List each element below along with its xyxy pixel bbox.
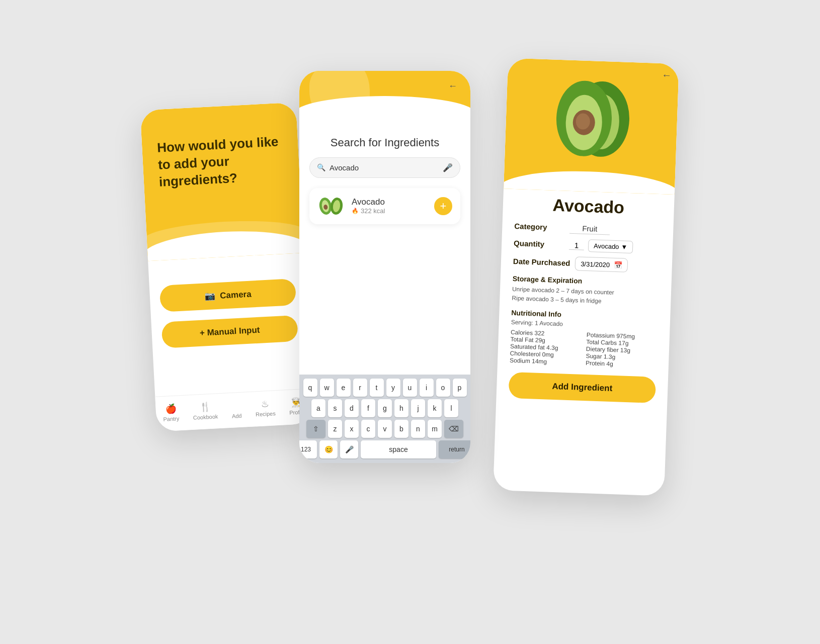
result-name: Avocado — [352, 197, 428, 207]
key-row-1: q w e r t y u i o p — [301, 379, 468, 397]
nav-cookbook[interactable]: 🍴 Cookbook — [192, 401, 218, 421]
key-row-2: a s d f g h j k l — [301, 399, 468, 417]
back-arrow-middle[interactable]: ← — [440, 76, 465, 97]
quantity-label: Quantity — [514, 238, 564, 248]
key-123[interactable]: 123 — [299, 440, 317, 458]
recipes-label: Recipes — [256, 410, 276, 417]
cookbook-icon: 🍴 — [199, 401, 211, 413]
key-f[interactable]: f — [361, 399, 375, 417]
key-e[interactable]: e — [337, 379, 351, 397]
add-result-icon: + — [440, 200, 447, 213]
mic-icon[interactable]: 🎤 — [443, 163, 453, 172]
add-result-button[interactable]: + — [434, 197, 452, 215]
avocado-hero-image — [540, 66, 644, 170]
phone-right: ← Avocado Category Fruit Quantity Avocad… — [493, 58, 679, 496]
key-row-3: ⇧ z x c v b n m ⌫ — [301, 420, 468, 438]
nutrition-grid: Calories 322 Total Fat 29g Saturated fat… — [510, 328, 658, 369]
key-space[interactable]: space — [361, 440, 436, 458]
category-value: Fruit — [569, 223, 610, 235]
inner-wave — [141, 217, 304, 256]
search-input[interactable] — [330, 163, 439, 172]
key-i[interactable]: i — [420, 379, 434, 397]
plus-icon: + — [232, 399, 240, 411]
camera-button[interactable]: 📷 Camera — [159, 278, 296, 312]
key-y[interactable]: y — [386, 379, 400, 397]
key-g[interactable]: g — [378, 399, 392, 417]
pantry-label: Pantry — [163, 415, 179, 422]
key-t[interactable]: t — [370, 379, 384, 397]
blob-shape — [309, 71, 370, 121]
quantity-row: Quantity Avocado ▼ — [514, 236, 661, 254]
left-top-wave: How would you like to add your ingredien… — [140, 102, 303, 261]
nav-pantry[interactable]: 🍎 Pantry — [162, 403, 180, 422]
key-s[interactable]: s — [328, 399, 342, 417]
key-r[interactable]: r — [353, 379, 367, 397]
search-icon: 🔍 — [317, 163, 325, 171]
key-return[interactable]: return — [439, 440, 470, 458]
category-label: Category — [514, 221, 565, 231]
key-x[interactable]: x — [345, 420, 359, 438]
keyboard: q w e r t y u i o p a s d f g h j k l — [299, 375, 470, 463]
key-c[interactable]: c — [361, 420, 375, 438]
phone-middle: ← Search for Ingredients 🔍 🎤 — [299, 71, 470, 463]
recipes-icon: ♨ — [261, 398, 269, 409]
phones-container: How would you like to add your ingredien… — [133, 46, 687, 599]
key-v[interactable]: v — [378, 420, 392, 438]
key-z[interactable]: z — [328, 420, 342, 438]
date-label: Date Purchased — [513, 256, 570, 267]
key-h[interactable]: h — [394, 399, 408, 417]
dropdown-arrow-icon: ▼ — [621, 243, 627, 250]
key-b[interactable]: b — [394, 420, 408, 438]
right-content: Category Fruit Quantity Avocado ▼ Date P… — [496, 221, 673, 409]
date-value: 3/31/2020 — [581, 260, 610, 268]
flame-icon: 🔥 — [352, 208, 359, 214]
nutrition-right-col: Potassium 975mg Total Carbs 17g Dietary … — [586, 331, 658, 369]
key-u[interactable]: u — [403, 379, 417, 397]
key-k[interactable]: k — [428, 399, 442, 417]
search-result: Avocado 🔥 322 kcal + — [309, 188, 460, 224]
cookbook-label: Cookbook — [193, 413, 218, 421]
question-text: How would you like to add your ingredien… — [157, 133, 285, 190]
date-row: Date Purchased 3/31/2020 📅 — [513, 254, 661, 273]
manual-input-button[interactable]: + Manual Input — [161, 315, 298, 348]
calendar-icon: 📅 — [614, 260, 623, 269]
back-arrow-right[interactable]: ← — [662, 69, 672, 81]
key-o[interactable]: o — [436, 379, 450, 397]
category-row: Category Fruit — [514, 221, 662, 236]
pantry-icon: 🍎 — [165, 403, 177, 414]
key-j[interactable]: j — [411, 399, 425, 417]
key-mic[interactable]: 🎤 — [340, 440, 358, 458]
search-bar: 🔍 🎤 — [309, 157, 460, 178]
key-m[interactable]: m — [428, 420, 442, 438]
key-w[interactable]: w — [320, 379, 334, 397]
camera-icon: 📷 — [204, 291, 215, 302]
search-title: Search for Ingredients — [309, 136, 460, 149]
key-q[interactable]: q — [303, 379, 317, 397]
key-shift[interactable]: ⇧ — [306, 420, 325, 438]
key-d[interactable]: d — [345, 399, 359, 417]
date-input[interactable]: 3/31/2020 📅 — [575, 256, 628, 272]
add-circle-btn[interactable]: + — [232, 399, 240, 411]
key-l[interactable]: l — [444, 399, 458, 417]
key-n[interactable]: n — [411, 420, 425, 438]
nav-recipes[interactable]: ♨ Recipes — [255, 398, 276, 417]
avocado-title: Avocado — [503, 194, 674, 219]
key-p[interactable]: p — [453, 379, 467, 397]
key-backspace[interactable]: ⌫ — [444, 420, 463, 438]
key-a[interactable]: a — [311, 399, 325, 417]
add-label: Add — [232, 412, 242, 419]
result-cal: 🔥 322 kcal — [352, 207, 428, 215]
quantity-input[interactable] — [569, 240, 585, 250]
bottom-nav-left: 🍎 Pantry 🍴 Cookbook + Add ♨ Recipes 👨‍🍳 … — [155, 388, 312, 431]
left-bottom-section: 📷 Camera + Manual Input — [148, 262, 309, 363]
unit-selector[interactable]: Avocado ▼ — [588, 239, 633, 253]
key-emoji[interactable]: 😊 — [319, 440, 338, 458]
key-row-bottom: 123 😊 🎤 space return — [301, 440, 468, 458]
nav-add[interactable]: + Add — [231, 399, 242, 419]
mid-content: Search for Ingredients 🔍 🎤 — [299, 126, 470, 224]
add-ingredient-button[interactable]: Add Ingredient — [509, 372, 657, 403]
phone-left: How would you like to add your ingredien… — [140, 102, 312, 431]
nutrition-left-col: Calories 322 Total Fat 29g Saturated fat… — [510, 328, 582, 366]
right-top-wave — [504, 58, 679, 195]
quantity-controls: Avocado ▼ — [569, 238, 633, 253]
